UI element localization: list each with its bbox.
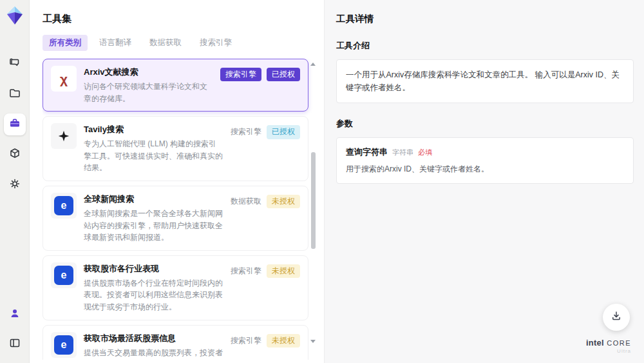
sidebar-item-packages[interactable] — [4, 144, 26, 166]
tool-title: Arxiv文献搜索 — [84, 66, 213, 78]
tool-item-global-news[interactable]: e 全球新闻搜索 全球新闻搜索是一个聚合全球各大新闻网站内容的搜索引擎，帮助用户… — [43, 186, 308, 251]
tab-language-translation[interactable]: 语言翻译 — [93, 35, 138, 51]
category-label: 搜索引擎 — [231, 334, 261, 348]
user-icon — [8, 307, 21, 322]
intel-core-logo: intel CORE Ultra — [586, 337, 631, 355]
toolset-panel: 工具集 所有类别 语言翻译 数据获取 搜索引擎 χ Arxiv文献搜索 访问各个… — [30, 0, 324, 363]
auth-status-badge: 未授权 — [267, 334, 300, 348]
arxiv-logo-icon: χ — [51, 66, 77, 92]
tool-description: 全球新闻搜索是一个聚合全球各大新闻网站内容的搜索引擎，帮助用户快速获取全球最新资… — [84, 208, 223, 244]
scroll-up-arrow-icon[interactable] — [310, 63, 316, 66]
category-label: 搜索引擎 — [231, 264, 261, 278]
tool-detail-panel: 工具详情 工具介绍 一个用于从Arxiv存储库搜索科学论文和文章的工具。 输入可… — [324, 0, 644, 363]
chat-icon — [8, 56, 21, 72]
category-label: 数据获取 — [231, 195, 261, 208]
tavily-star-icon — [51, 123, 77, 149]
sidebar-item-files[interactable] — [4, 83, 26, 105]
tool-title: 获取股市各行业表现 — [84, 263, 223, 275]
tool-item-tavily[interactable]: Tavily搜索 专为人工智能代理 (LLM) 构建的搜索引擎工具。可快速提供实… — [43, 116, 308, 181]
tool-title: Tavily搜索 — [84, 124, 223, 135]
tool-description: 提供股票市场各个行业在特定时间段内的表现。投资者可以利用这些信息来识别表现优于或… — [84, 277, 223, 313]
ultra-logo-text: Ultra — [586, 349, 631, 355]
sidebar-item-chat[interactable] — [4, 53, 26, 75]
download-button[interactable] — [603, 304, 630, 331]
category-badge: 搜索引擎 — [220, 68, 261, 81]
detail-title: 工具详情 — [336, 13, 634, 25]
intel-logo-text: intel — [586, 338, 604, 348]
tool-description: 专为人工智能代理 (LLM) 构建的搜索引擎工具。可快速提供实时、准确和真实的结… — [84, 138, 223, 174]
intro-text: 一个用于从Arxiv存储库搜索科学论文和文章的工具。 输入可以是Arxiv ID… — [346, 68, 624, 94]
news-api-icon: e — [51, 193, 77, 219]
panel-toggle-icon — [8, 337, 21, 352]
tool-list: χ Arxiv文献搜索 访问各个研究领域大量科学论文和文章的存储库。 搜索引擎 … — [43, 59, 316, 360]
tool-item-active-stocks[interactable]: e 获取市场最活跃股票信息 提供当天交易量最高的股票列表，投资者可以利用这些信息… — [43, 325, 308, 360]
param-required-label: 必填 — [418, 148, 432, 157]
tab-all-categories[interactable]: 所有类别 — [43, 35, 88, 51]
package-icon — [8, 147, 21, 162]
toolbox-icon — [8, 117, 21, 132]
sidebar-item-settings[interactable] — [4, 174, 26, 196]
tool-description: 访问各个研究领域大量科学论文和文章的存储库。 — [84, 81, 213, 104]
app-logo-icon — [5, 5, 25, 26]
auth-status-badge: 已授权 — [267, 125, 300, 139]
auth-status-badge: 未授权 — [267, 195, 300, 208]
tab-search-engine[interactable]: 搜索引擎 — [193, 35, 238, 51]
left-rail — [0, 0, 30, 363]
intro-heading: 工具介绍 — [336, 40, 634, 52]
auth-status-badge: 已授权 — [267, 68, 300, 81]
tab-data-fetch[interactable]: 数据获取 — [143, 35, 188, 51]
page-title: 工具集 — [43, 13, 316, 25]
finance-api-icon: e — [51, 332, 77, 358]
tool-description: 提供当天交易量最高的股票列表，投资者可以利用这些信息来识别流动性强的股票和潜在的… — [84, 347, 223, 360]
param-card: 查询字符串 字符串 必填 用于搜索的Arxiv ID、关键字或作者姓名。 — [336, 137, 634, 184]
sidebar-item-collapse[interactable] — [4, 333, 26, 355]
tool-title: 全球新闻搜索 — [84, 193, 223, 205]
sidebar-item-profile[interactable] — [4, 304, 26, 326]
finance-api-icon: e — [51, 262, 77, 288]
tool-item-arxiv[interactable]: χ Arxiv文献搜索 访问各个研究领域大量科学论文和文章的存储库。 搜索引擎 … — [43, 59, 308, 112]
category-tabs: 所有类别 语言翻译 数据获取 搜索引擎 — [43, 35, 316, 51]
category-label: 搜索引擎 — [231, 125, 261, 139]
tool-title: 获取市场最活跃股票信息 — [84, 333, 223, 344]
folder-icon — [8, 86, 21, 102]
param-type: 字符串 — [392, 148, 413, 157]
param-description: 用于搜索的Arxiv ID、关键字或作者姓名。 — [346, 164, 624, 175]
sidebar-item-toolset[interactable] — [4, 113, 26, 135]
settings-icon — [8, 177, 21, 193]
scrollbar-thumb[interactable] — [311, 152, 316, 249]
params-heading: 参数 — [336, 118, 634, 130]
intro-card: 一个用于从Arxiv存储库搜索科学论文和文章的工具。 输入可以是Arxiv ID… — [336, 59, 634, 103]
core-logo-text: CORE — [607, 339, 631, 347]
param-name: 查询字符串 — [346, 146, 388, 158]
download-icon — [610, 309, 623, 325]
auth-status-badge: 未授权 — [267, 264, 300, 278]
tool-item-sector-performance[interactable]: e 获取股市各行业表现 提供股票市场各个行业在特定时间段内的表现。投资者可以利用… — [43, 255, 308, 320]
scroll-down-arrow-icon[interactable] — [310, 340, 316, 343]
list-scrollbar[interactable] — [310, 59, 316, 360]
